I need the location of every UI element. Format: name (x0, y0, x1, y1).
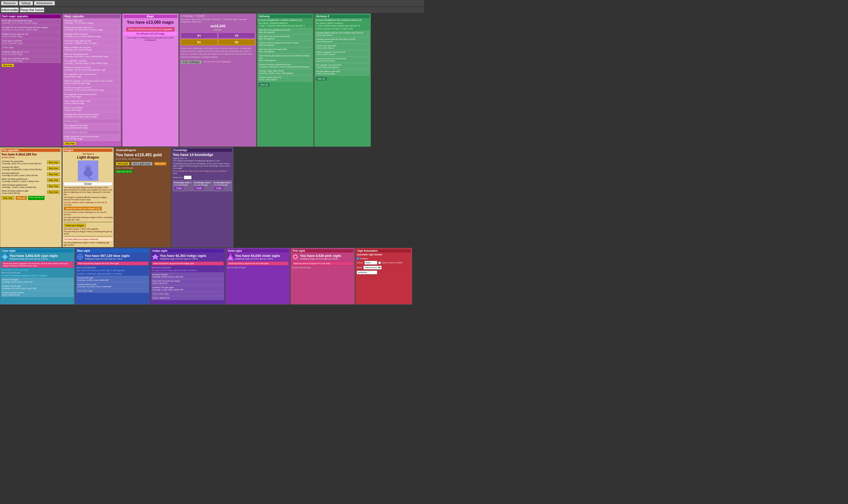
knowledge-panel: Knowledge You have 14 knowledge Highest … (172, 147, 233, 247)
dodeca-hire-btn[interactable]: Hire a gold miner (131, 162, 153, 165)
fire-upgrade-2-btn[interactable]: Buy max (47, 166, 60, 170)
sigil-auto-enabled-checkbox[interactable] (357, 257, 359, 260)
fire-upgrade-4-btn[interactable]: Buy max (47, 178, 60, 182)
svg-point-7 (87, 167, 87, 167)
dragon-note: (You are unable to enter challenges for … (64, 201, 112, 206)
alchemy2-note: Uranium upgrades are kept on magic reset… (316, 28, 370, 30)
fire-upgrade-6-btn[interactable]: Buy max (47, 190, 60, 194)
fire-upgrades-panel: Fire upgrades You have 6.36e2,289 fire (… (0, 147, 62, 247)
pink-reset-btn[interactable]: Reset all previous progress for 0 pink s… (292, 262, 354, 265)
blue-power: You have 1.12e84 blue sigil power (BSP) … (76, 273, 148, 275)
challenges-detail: You have 3.42e1,635 (7.95e408* 7.65e408 … (180, 18, 255, 23)
fire-upgrade-2: Increase fire effectCurrently: e5,080,00… (1, 165, 60, 171)
sigil-auto-mode-label: Mode: (357, 266, 362, 269)
magic-upgrades-title: Magic upgrades (64, 15, 120, 18)
info-credits-button[interactable]: Info/credits (1, 7, 19, 12)
buy-max-magic-upgrades[interactable]: Buy max (64, 142, 76, 145)
alchemy2-max-all[interactable]: Max all (316, 77, 327, 80)
sigil-auto-amount-input[interactable] (357, 271, 377, 274)
challenge-b1[interactable]: B1 (180, 39, 217, 45)
knowledge-trade-3-btn[interactable]: Trade (214, 186, 224, 190)
indigo-sigil-icon (152, 253, 159, 260)
fire-upgrade-4: Mines increase gold/secondCurrently: e14… (1, 177, 60, 183)
fire-upgrade-3-btn[interactable]: Buy max (47, 173, 60, 176)
fire-upgrade-6: Mines increase platinum gainCoins 6.8e5,… (1, 189, 60, 195)
violet-sigils-amount: You have 64,030 violet sigils (235, 254, 280, 258)
dragon-subtitle: You have a (64, 152, 112, 155)
blue-sigils-panel: Blue sigils You have 597,120 blue sigils… (75, 248, 150, 305)
dragon-type: Light dragon (64, 155, 112, 159)
cyan-sigils-amount: You have 3,802,630 cyan sigils (10, 254, 58, 258)
alchemy2-uranium: You have 1.42e11 uranium (316, 22, 370, 24)
pink-sigil-icon (292, 253, 299, 260)
buy-max-dark-magic[interactable]: Buy max (2, 64, 14, 67)
dodeca-buy-max-btn[interactable]: Buy max (154, 162, 166, 165)
challenges-info: Hover over a challenge to see what it do… (180, 47, 255, 58)
svg-point-2 (85, 165, 91, 170)
pink-sigils-amount: You have 4,528 pink sigils (300, 254, 341, 258)
knowledge-trade-3: Knowledge trade 3 Lv1-1knowledge Trade (213, 180, 232, 191)
challenge-a1[interactable]: A1 (180, 32, 217, 39)
blue-reset-btn[interactable]: Reset all previous progress for 5,617 bl… (76, 262, 148, 265)
indigo-reset-btn[interactable]: Reset all previous progress for 864 indi… (152, 262, 224, 265)
fire-upgrade-3: Increase gold/ClickCurrently: e2,250 | C… (1, 172, 60, 177)
blue-note: Sigil resets don't erase your other sigi… (76, 269, 148, 272)
alchemy2-title: Alchemy II (316, 15, 370, 18)
cyan-next-reset: Resetting for 23,763 cyan sigils (1, 269, 73, 271)
sigil-auto-cycle-checkbox[interactable] (378, 262, 381, 264)
cyan-reset-btn[interactable]: Reset all previous upgrades and resource… (1, 262, 73, 268)
settings-button[interactable]: Settings (19, 1, 33, 5)
svg-point-8 (89, 167, 90, 167)
dragon-image (78, 160, 99, 181)
fire-upgrade-5-btn[interactable]: Buy max (47, 184, 60, 188)
sigil-auto-cycle-label: Cycle Colour on Reset (382, 262, 403, 264)
challenge-a2[interactable]: A2 (218, 32, 255, 39)
indigo-sigils-multiplier: Multiplying magic and score gain by 7.28… (160, 258, 206, 260)
dark-magic-title: Dark magic upgrades (1, 15, 60, 18)
fire-rate: (6.65e2,863/s) (1, 156, 60, 159)
violet-sigils-panel: Violet sigils You have 64,030 violet sig… (226, 248, 290, 305)
sigil-auto-colour-input[interactable] (365, 261, 377, 265)
pink-sigils-multiplier: Multiplying magic and score gain by 8.52… (300, 258, 341, 260)
knowledge-note: Your highest knowledge is multiplying si… (173, 160, 232, 162)
achievements-button[interactable]: Achievements (34, 1, 55, 5)
knowledge-trade-input[interactable] (184, 176, 192, 179)
dragon-feed-next: Next feed requires 1.00e2,048 magifolds (64, 228, 112, 230)
challenge-b2[interactable]: B2 (218, 39, 255, 45)
dragon-pet-note: You have petted your dragon sufficiently (64, 238, 112, 241)
dragon-fire-times: You have fed your dragon 9 times, increa… (64, 230, 112, 235)
cyan-sigils-title: Cyan sigils (1, 249, 73, 253)
alchemy-convert: Convert all gold into 1.03e621 platinum … (258, 19, 312, 21)
dragon-spend-time-btn[interactable]: Spend time with your dragon (10) (64, 207, 102, 210)
fire-max-all-btn[interactable]: Max all (16, 196, 27, 200)
dodeca-auto-btn[interactable]: Auto max all On (116, 170, 132, 173)
knowledge-warn: If you change the trade level, it won't … (173, 170, 232, 175)
knowledge-trade-1-btn[interactable]: Trade (174, 186, 183, 190)
dark-magic-upgrade-1: Score gain is increased by magicCurrentl… (1, 19, 60, 63)
alchemy-panel: Alchemy Convert all gold into 1.03e621 p… (257, 13, 314, 147)
magic-reset-button[interactable]: Reset all previous resources and upgrade… (126, 27, 174, 31)
blue-sigils-amount: You have 597,120 blue sigils (85, 254, 130, 258)
knowledge-label: You have 14 knowledge (173, 152, 232, 157)
peep-honor-button[interactable]: Peep the honor (20, 7, 44, 12)
knowledge-trade-2-btn[interactable]: Trade (194, 186, 204, 190)
resources-button[interactable]: Resources (1, 1, 18, 5)
fire-auto-max: Auto max all On (28, 196, 45, 200)
enter-challenges-button[interactable]: Enter challenges (181, 60, 201, 64)
pink-next-at: Next at e300,000 gold (292, 266, 354, 269)
knowledge-info: Knowledge trades give you knowledge, at … (173, 162, 232, 169)
fire-upgrade-1-btn[interactable]: Buy max (47, 161, 60, 164)
pink-sigils-panel: Pink sigils You have 4,528 pink sigils M… (290, 248, 355, 305)
sigil-auto-mode-select[interactable]: Gold Amount Sigil Count (363, 266, 382, 270)
dodeca-mine-btn[interactable]: Mine gold (116, 162, 129, 165)
fire-buy-max-btn[interactable]: Buy max (2, 196, 14, 200)
violet-reset-btn[interactable]: Reset all previous progress for 432 viol… (227, 262, 289, 265)
indigo-power: You have 5.54e12 indigo sigil power (ISP… (152, 269, 224, 272)
challenge-grid: A1 A2 B1 B2 (180, 32, 255, 45)
pink-sigils-title: Pink sigils (292, 249, 354, 253)
alchemy-max-all[interactable]: Max all (259, 83, 270, 87)
magic-amount: You have e13,060 magic (123, 20, 177, 25)
blue-next-at: Next at e112,000 gold (76, 266, 148, 269)
dragon-feed-btn[interactable]: Feed your dragon (64, 224, 86, 227)
alchemy-platinum: You have 1.63e609 platinum (258, 22, 312, 24)
